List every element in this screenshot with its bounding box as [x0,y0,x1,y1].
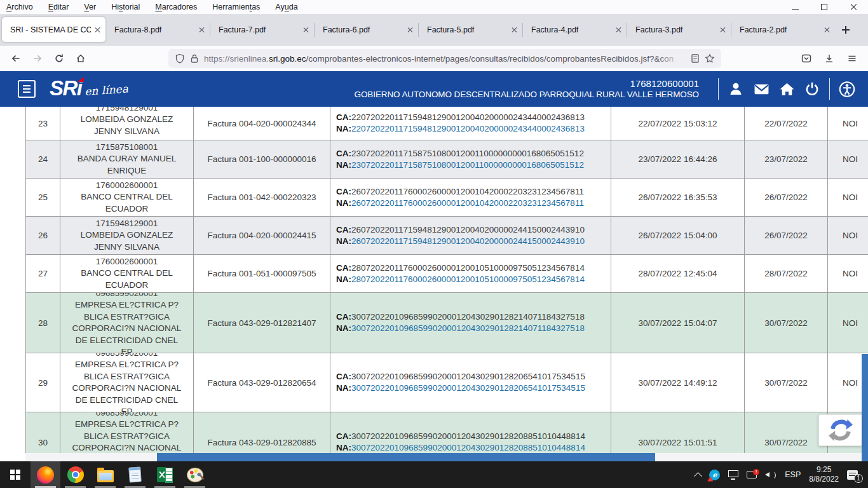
invoice-row-24[interactable]: 241715875108001BANDA CURAY MANUEL ENRIQU… [25,140,868,179]
taskbar-app-notepad[interactable] [120,461,150,488]
tray-expand-chevron-icon[interactable] [694,472,702,480]
forward-button[interactable] [27,48,48,69]
tab-factura-8-pdf[interactable]: Factura-8.pdf [106,14,210,46]
start-button[interactable] [0,461,31,488]
url-bar[interactable]: https://srienlinea.sri.gob.ec/comprobant… [168,49,721,68]
taskbar-app-firefox[interactable] [31,461,60,488]
taskbar-app-excel[interactable] [150,461,180,488]
access-key-cell: CA:2307202201171587510800120011000000000… [330,140,611,178]
notifications-button[interactable]: 1 [847,470,858,480]
taskbar-app-chrome[interactable] [60,461,90,488]
menu-archivo[interactable]: Archivo [6,3,33,11]
tab-factura-5-pdf[interactable]: Factura-5.pdf [419,14,522,46]
invoice-row-28[interactable]: 280968599020001EMPRESA EL?CTRICA P?BLICA… [25,293,868,353]
taskbar-app-paint[interactable] [180,461,210,488]
tab-title: Factura-5.pdf [427,25,508,34]
url-domain: sri.gob.ec [269,54,306,64]
logout-button[interactable] [804,81,820,97]
close-button[interactable] [839,0,868,14]
tab-factura-4-pdf[interactable]: Factura-4.pdf [523,14,627,46]
na-link[interactable]: 3007202201096859902000120430290128214071… [351,323,585,333]
tab-close-icon[interactable] [407,27,414,33]
bookmark-star-icon[interactable] [705,53,715,64]
sri-logo[interactable]: SRi en línea [50,76,128,100]
back-button[interactable] [5,48,27,69]
invoice-row-29[interactable]: 290968599020001EMPRESA EL?CTRICA P?BLICA… [25,353,868,412]
horizontal-scrollbar[interactable] [25,453,868,461]
taskbar-app-explorer[interactable] [90,461,120,488]
na-link[interactable]: 2807202201176000260000120010510000975051… [351,274,585,284]
menu-ver[interactable]: Ver [84,3,96,11]
vertical-scrollbar-thumb[interactable] [862,354,868,461]
windows-logo-icon [10,470,20,480]
row-number-cell: 23 [25,107,60,140]
menu-editar[interactable]: Editar [48,3,69,11]
action-center-warning-icon[interactable]: ! [747,471,757,478]
na-link[interactable]: 2307202201171587510800120011000000000168… [351,160,584,170]
reload-button[interactable] [48,48,70,69]
tab-factura-7-pdf[interactable]: Factura-7.pdf [210,14,314,46]
minimize-button[interactable] [780,0,810,14]
menu-herramientas[interactable]: Herramientas [212,3,260,11]
horizontal-scrollbar-thumb[interactable] [157,453,655,461]
menu-historial[interactable]: Historial [111,3,140,11]
home-portal-button[interactable] [778,81,795,97]
tab-close-icon[interactable] [824,27,831,33]
tab-close-icon[interactable] [199,27,205,33]
app-menu-button[interactable] [843,48,862,69]
na-link[interactable]: 2607202201176000260000120010420002203231… [351,198,584,208]
ca-value: 2307202201171587510800120011000000000168… [351,149,584,158]
sri-menu-button[interactable] [18,80,36,98]
messages-button[interactable] [753,81,770,97]
invoice-row-26[interactable]: 261715948129001LOMBEIDA GONZALEZ JENNY S… [25,217,868,255]
invoice-row-23[interactable]: 231715948129001LOMBEIDA GONZALEZ JENNY S… [25,107,868,140]
maximize-button[interactable] [810,0,839,14]
tab-close-icon[interactable] [512,27,518,33]
invoice-row-30[interactable]: 300968599020001EMPRESA EL?CTRICA P?BLICA… [25,412,868,453]
extension-pocket-button[interactable] [797,48,816,69]
tab-title: Factura-8.pdf [114,25,195,34]
ca-value: 2207202201171594812900120040200000243440… [351,112,585,122]
emitter-cell: 1715948129001LOMBEIDA GONZALEZ JENNY SIL… [60,217,194,254]
home-button[interactable] [70,48,92,69]
tab-close-icon[interactable] [720,27,726,33]
input-language-indicator[interactable]: ESP [785,470,801,479]
explorer-icon [97,470,114,482]
tab-close-icon[interactable] [95,27,101,33]
tab-factura-3-pdf[interactable]: Factura-3.pdf [627,14,731,46]
invoice-row-25[interactable]: 251760002600001BANCO CENTRAL DEL ECUADOR… [25,179,868,217]
accessibility-button[interactable] [839,81,855,97]
menu-ayuda[interactable]: Ayuda [275,3,297,11]
emission-date: 30/07/2022 [764,318,808,328]
authorization-date: 23/07/2022 16:44:26 [639,154,717,164]
document-label: Factura 004-020-000024344 [207,119,316,128]
taskbar-clock[interactable]: 9:25 8/8/2022 [809,465,839,484]
profile-button[interactable] [728,81,744,97]
toolbar-right-icons [797,48,862,69]
emission-date-cell: 30/07/2022 [745,412,828,453]
recaptcha-badge[interactable] [818,414,862,446]
tab-sri-sistema-de-comp[interactable]: SRI - SISTEMA DE COMP [2,17,105,42]
tab-factura-2-pdf[interactable]: Factura-2.pdf [731,14,835,46]
network-tray-icon[interactable] [728,470,738,477]
na-link[interactable]: 3007202201096859902000120430290128206541… [351,383,585,393]
tab-factura-6-pdf[interactable]: Factura-6.pdf [315,14,418,46]
downloads-button[interactable] [820,48,839,69]
ca-value: 2807202201176000260000120010510000975051… [351,263,585,273]
reader-mode-icon[interactable] [690,53,700,64]
volume-tray-icon[interactable] [765,470,776,479]
na-link[interactable]: 2607202201171594812900120040200000244150… [351,236,585,246]
tab-close-icon[interactable] [303,27,309,33]
document-label: Factura 004-020-000024415 [207,231,316,240]
new-tab-button[interactable] [835,14,857,46]
antivirus-tray-icon[interactable]: e [709,470,720,480]
tab-close-icon[interactable] [616,27,622,33]
invoice-row-27[interactable]: 271760002600001BANCO CENTRAL DEL ECUADOR… [25,255,868,293]
ca-line: CA:2607202201176000260000120010420002203… [336,186,584,198]
menu-marcadores[interactable]: Marcadores [155,3,197,11]
na-link[interactable]: 3007202201096859902000120430290128208851… [351,443,585,452]
mail-icon [754,81,770,97]
na-link[interactable]: 2207202201171594812900120040200000243440… [351,124,585,133]
emitter-cell: 0968599020001EMPRESA EL?CTRICA P?BLICA E… [60,412,194,453]
document-label: Factura 043-029-012821407 [207,318,316,328]
